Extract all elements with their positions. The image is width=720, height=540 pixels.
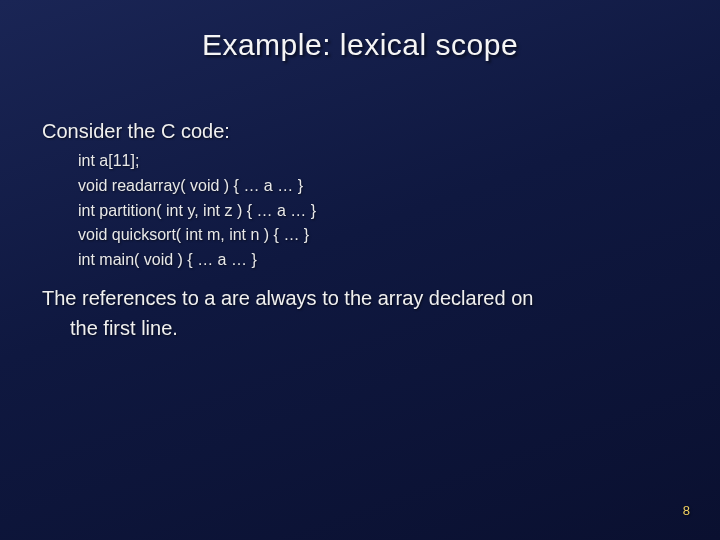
slide-title: Example: lexical scope [0,28,720,62]
outro-text-line2: the first line. [42,313,678,343]
outro-text-line1: The references to a are always to the ar… [42,283,678,313]
page-number: 8 [683,503,690,518]
code-line: int a[11]; [78,149,678,174]
code-line: void quicksort( int m, int n ) { … } [78,223,678,248]
intro-text: Consider the C code: [42,120,678,143]
code-block: int a[11]; void readarray( void ) { … a … [42,149,678,273]
code-line: void readarray( void ) { … a … } [78,174,678,199]
code-line: int partition( int y, int z ) { … a … } [78,199,678,224]
title-area: Example: lexical scope [0,0,720,62]
code-line: int main( void ) { … a … } [78,248,678,273]
slide-content: Consider the C code: int a[11]; void rea… [0,62,720,343]
